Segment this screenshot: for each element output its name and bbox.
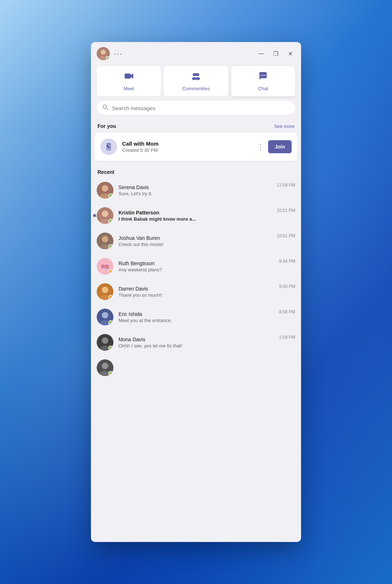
chat-time: 9:00 PM — [279, 284, 295, 289]
status-indicator — [108, 320, 113, 325]
status-indicator — [108, 219, 113, 224]
communities-icon — [191, 71, 201, 84]
recent-header: Recent — [91, 166, 301, 178]
svg-point-18 — [102, 185, 108, 192]
svg-point-8 — [196, 77, 200, 80]
chat-info: Darren Davis Thank you so much!! — [118, 286, 274, 298]
for-you-header: For you See more — [91, 120, 301, 133]
meet-label: Meet — [124, 86, 134, 91]
chat-name: Kristin Patterson — [118, 210, 272, 216]
call-time: Created 5:30 PM — [122, 147, 252, 153]
chat-item[interactable]: Joshua Van Buren Check out this movie! 1… — [91, 228, 301, 254]
status-indicator — [108, 295, 113, 300]
svg-rect-3 — [125, 74, 131, 79]
communities-label: Communities — [182, 86, 210, 91]
avatar — [97, 182, 113, 199]
chat-info: Joshua Van Buren Check out this movie! — [118, 235, 272, 247]
avatar — [97, 334, 113, 351]
user-avatar-container — [97, 47, 110, 60]
chat-nav-button[interactable]: Chat — [231, 66, 295, 96]
svg-point-9 — [261, 75, 262, 76]
chat-preview: Meet you at the entrance. — [118, 318, 274, 323]
call-info: Call with Mom Created 5:30 PM — [122, 141, 252, 153]
chat-info: Mona Davis Ohhh I see, yes let me fix th… — [118, 337, 274, 349]
chat-item[interactable]: Mona Davis Ohhh I see, yes let me fix th… — [91, 330, 301, 355]
chat-info: Ruth Bengtsson Any weekend plans? — [118, 260, 274, 272]
svg-point-33 — [102, 337, 108, 344]
meet-icon — [124, 71, 134, 84]
svg-point-30 — [102, 312, 108, 318]
svg-point-14 — [108, 144, 110, 146]
status-indicator — [108, 371, 113, 376]
avatar — [97, 207, 113, 224]
avatar — [97, 233, 113, 249]
nav-buttons: Meet Communities — [91, 63, 301, 101]
status-indicator — [108, 346, 113, 350]
chat-name: Joshua Van Buren — [118, 235, 272, 241]
meet-nav-button[interactable]: Meet — [97, 66, 161, 96]
avatar — [97, 359, 113, 376]
chat-item[interactable]: RB Ruth Bengtsson Any weekend plans? 9:4… — [91, 254, 301, 279]
status-indicator — [108, 244, 113, 249]
app-window: ··· — ❐ ✕ Meet — [91, 42, 301, 542]
call-more-options[interactable]: ⋮ — [257, 143, 264, 151]
chat-item[interactable]: Eric Ishida Meet you at the entrance. 8:… — [91, 304, 301, 330]
svg-line-13 — [107, 108, 108, 110]
chat-icon — [258, 71, 268, 84]
svg-point-24 — [102, 236, 108, 242]
chat-list: Serena Davis Sure, Let's try it. 11:58 P… — [91, 178, 301, 380]
search-bar — [97, 101, 295, 115]
chat-preview: Thank you so much!! — [118, 292, 274, 298]
avatar: RB — [97, 258, 113, 275]
chat-preview: I think Babak might know more a... — [118, 216, 272, 222]
chat-name: Serena Davis — [118, 184, 272, 190]
svg-point-11 — [264, 75, 266, 76]
close-button[interactable]: ✕ — [285, 49, 295, 59]
for-you-title: For you — [97, 123, 116, 129]
svg-point-10 — [263, 75, 264, 76]
chat-time: 10:51 PM — [277, 208, 295, 213]
chat-time: 1:58 PM — [279, 335, 295, 340]
avatar — [97, 283, 113, 300]
chat-name: Mona Davis — [118, 337, 274, 342]
chat-info: Kristin Patterson I think Babak might kn… — [118, 210, 272, 222]
more-options-button[interactable]: ··· — [114, 50, 122, 58]
status-indicator — [108, 270, 113, 274]
chat-info: Eric Ishida Meet you at the entrance. — [118, 311, 274, 323]
chat-item[interactable]: Serena Davis Sure, Let's try it. 11:58 P… — [91, 178, 301, 203]
chat-item[interactable]: Darren Davis Thank you so much!! 9:00 PM — [91, 279, 301, 304]
window-controls: — ❐ ✕ — [256, 49, 295, 59]
maximize-button[interactable]: ❐ — [271, 49, 281, 59]
title-bar-left: ··· — [97, 47, 122, 60]
chat-preview: Sure, Let's try it. — [118, 191, 272, 196]
chat-time: 8:58 PM — [279, 309, 295, 314]
chat-time: 10:01 PM — [277, 233, 295, 238]
chat-name: Darren Davis — [118, 286, 274, 292]
call-card-icon — [100, 138, 117, 155]
unread-dot — [93, 214, 96, 217]
chat-preview: Check out this movie! — [118, 242, 272, 247]
see-more-button[interactable]: See more — [274, 124, 295, 129]
chat-preview: Ohhh I see, yes let me fix that! — [118, 343, 274, 349]
svg-point-27 — [102, 287, 108, 293]
svg-point-1 — [101, 50, 106, 55]
chat-item[interactable]: Kristin Patterson I think Babak might kn… — [91, 203, 301, 228]
call-card[interactable]: Call with Mom Created 5:30 PM ⋮ Join — [95, 133, 297, 161]
join-call-button[interactable]: Join — [268, 140, 292, 153]
communities-nav-button[interactable]: Communities — [164, 66, 228, 96]
chat-name: Ruth Bengtsson — [118, 260, 274, 266]
chat-info: Serena Davis Sure, Let's try it. — [118, 184, 272, 196]
chat-item[interactable] — [91, 355, 301, 380]
chat-label: Chat — [258, 86, 268, 91]
svg-point-36 — [102, 363, 108, 369]
chat-time: 9:44 PM — [279, 259, 295, 264]
search-input[interactable] — [112, 105, 289, 111]
online-status-indicator — [106, 56, 109, 60]
search-icon — [103, 104, 108, 112]
recent-title: Recent — [97, 169, 114, 175]
chat-preview: Any weekend plans? — [118, 267, 274, 272]
minimize-button[interactable]: — — [256, 49, 266, 59]
avatar — [97, 309, 113, 325]
title-bar: ··· — ❐ ✕ — [91, 42, 301, 63]
svg-point-6 — [195, 73, 197, 76]
